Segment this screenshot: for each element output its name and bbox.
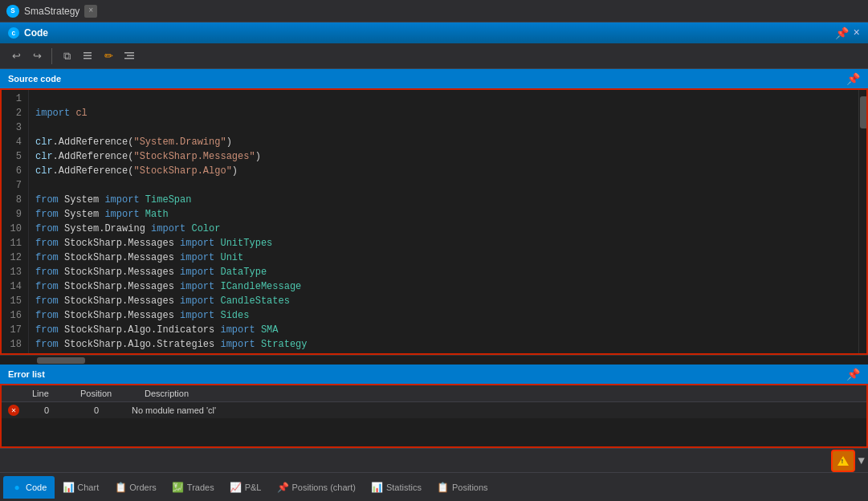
orders-tab-label: Orders (129, 483, 157, 492)
svg-rect-5 (124, 58, 134, 59)
error-desc-val: No module named 'cl' (125, 405, 866, 415)
brush-button[interactable]: ✏ (99, 47, 118, 66)
pnl-tab-label: P&L (245, 483, 262, 492)
source-header: Source code 📌 (0, 69, 868, 88)
trades-tab-label: Trades (187, 483, 214, 492)
code-content[interactable]: import cl clr.AddReference("System.Drawi… (29, 88, 858, 355)
redo-button[interactable]: ↪ (27, 47, 47, 66)
tab-chart[interactable]: 📊 Chart (55, 476, 107, 499)
toolbar-separator (51, 48, 52, 64)
positions-tab-icon: 📋 (438, 482, 449, 493)
positions-tab-label: Positions (452, 483, 488, 492)
error-list-title: Error list (8, 369, 45, 379)
source-pin-icon[interactable]: 📌 (846, 72, 860, 86)
scrollbar-thumb-v[interactable] (860, 96, 868, 128)
positions-chart-tab-icon: 📌 (277, 482, 288, 493)
close-panel-icon[interactable]: × (854, 26, 860, 39)
toolbar: ↩ ↪ ⧉ ✏ (0, 43, 868, 69)
svg-rect-4 (127, 55, 134, 56)
svg-rect-1 (84, 55, 92, 56)
chart-tab-label: Chart (77, 483, 99, 492)
trades-tab-icon: 💹 (173, 482, 184, 493)
error-line-val: 0 (26, 405, 67, 415)
editor-scroll-area[interactable]: 12345 678910 1112131415 16171819 import … (0, 88, 868, 355)
error-list-pin-icon[interactable]: 📌 (846, 368, 860, 381)
code-tab-icon: ● (11, 482, 22, 493)
svg-rect-3 (124, 52, 134, 54)
statistics-tab-label: Statistics (386, 483, 422, 492)
undo-button[interactable]: ↩ (6, 47, 26, 66)
col-description: Description (138, 387, 866, 400)
code-panel-title: Code (24, 27, 48, 39)
error-list-header: Error list 📌 (0, 365, 868, 384)
horizontal-scrollbar[interactable] (0, 355, 868, 365)
line-numbers: 12345 678910 1112131415 16171819 (0, 88, 29, 355)
error-row: ✕ 0 0 No module named 'cl' (2, 402, 866, 418)
app-container: S SmaStrategy × C Code 📌 × ↩ ↪ ⧉ ✏ (0, 0, 868, 501)
warning-area: ▼ (0, 448, 868, 472)
chart-tab-icon: 📊 (63, 482, 74, 493)
code-editor-container: 12345 678910 1112131415 16171819 import … (0, 88, 868, 365)
tab-trades[interactable]: 💹 Trades (165, 476, 222, 499)
positions-chart-tab-label: Positions (chart) (291, 483, 355, 492)
source-header-title: Source code (8, 74, 61, 84)
pin-icon[interactable]: 📌 (835, 26, 849, 40)
code-panel-icon: C (8, 27, 19, 39)
warning-triangle-icon (837, 456, 849, 466)
error-pos-val: 0 (67, 405, 125, 415)
tab-positions-chart[interactable]: 📌 Positions (chart) (269, 476, 363, 499)
orders-tab-icon: 📋 (115, 482, 126, 493)
scrollbar-thumb-h[interactable] (37, 357, 85, 364)
tab-statistics[interactable]: 📊 Statistics (364, 476, 430, 499)
tab-code[interactable]: ● Code (3, 476, 55, 499)
col-line: Line (26, 387, 74, 400)
pnl-tab-icon: 📈 (230, 482, 242, 493)
error-circle: ✕ (8, 405, 19, 416)
tab-orders[interactable]: 📋 Orders (107, 476, 165, 499)
code-editor[interactable]: 12345 678910 1112131415 16171819 import … (0, 88, 868, 355)
code-panel-header: C Code 📌 × (0, 22, 868, 43)
bottom-panel: Error list 📌 Line Position Description ✕… (0, 365, 868, 472)
indent-button[interactable] (120, 47, 139, 66)
title-bar-close-button[interactable]: × (84, 5, 97, 18)
error-list-body: Line Position Description ✕ 0 0 No modul… (0, 384, 868, 448)
svg-rect-2 (84, 58, 92, 59)
title-bar-title: SmaStrategy (24, 6, 79, 17)
bottom-tabs: ● Code 📊 Chart 📋 Orders 💹 Trades 📈 P&L 📌… (0, 472, 868, 501)
col-position: Position (74, 387, 138, 400)
warning-badge[interactable] (831, 450, 855, 472)
code-tab-label: Code (26, 483, 47, 492)
tab-pnl[interactable]: 📈 P&L (222, 476, 270, 499)
error-row-icon: ✕ (2, 405, 26, 416)
copy-button[interactable]: ⧉ (57, 47, 76, 66)
title-bar-icon: S (6, 5, 19, 18)
warning-expand-icon[interactable]: ▼ (858, 454, 865, 467)
svg-rect-0 (84, 52, 92, 54)
statistics-tab-icon: 📊 (372, 482, 383, 493)
error-table-header: Line Position Description (2, 385, 866, 402)
list-button[interactable] (78, 47, 97, 66)
tab-positions[interactable]: 📋 Positions (430, 476, 496, 499)
vertical-scrollbar[interactable] (858, 88, 868, 355)
title-bar: S SmaStrategy × (0, 0, 868, 22)
